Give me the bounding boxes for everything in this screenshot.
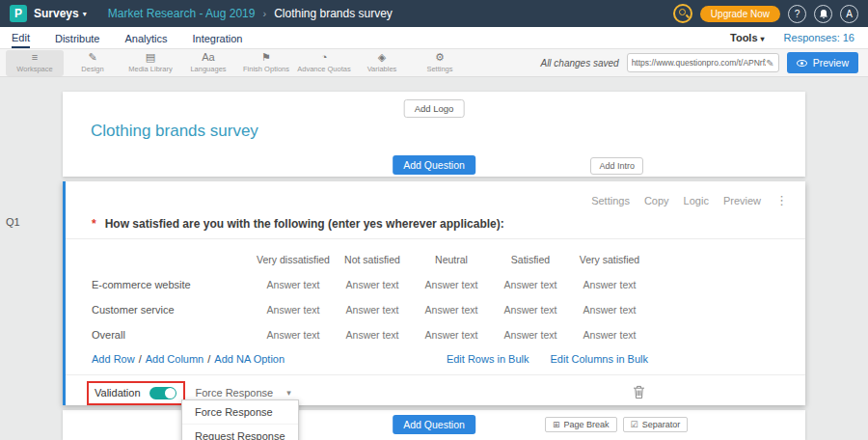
eye-icon	[797, 60, 807, 67]
validation-toggle[interactable]	[149, 387, 176, 399]
matrix-cell[interactable]: Answer text	[333, 297, 412, 322]
main-nav: Edit Distribute Analytics Integration To…	[0, 27, 868, 49]
add-na-option-link[interactable]: Add NA Option	[214, 353, 285, 365]
survey-title[interactable]: Clothing brands survey	[91, 122, 258, 141]
matrix-cell[interactable]: Answer text	[491, 297, 570, 322]
tab-analytics[interactable]: Analytics	[124, 29, 167, 47]
divider	[66, 238, 805, 239]
survey-url-box: ✎	[627, 53, 779, 72]
required-asterisk-icon: *	[92, 217, 96, 231]
matrix-cell[interactable]: Answer text	[333, 272, 412, 297]
toolbar-item-finish-options[interactable]: ⚑ Finish Options	[237, 50, 295, 76]
breadcrumb-parent[interactable]: Market Research - Aug 2019	[108, 7, 256, 20]
matrix-cell[interactable]: Answer text	[570, 322, 649, 347]
add-row-link[interactable]: Add Row	[92, 353, 135, 365]
footer-buttons: ⊞ Page Break ☑ Separator	[545, 417, 688, 432]
tools-menu[interactable]: Tools ▾	[730, 32, 765, 43]
survey-url-input[interactable]	[632, 58, 767, 68]
matrix-column-header[interactable]: Not satisfied	[333, 247, 412, 272]
add-question-button-top[interactable]: Add Question	[393, 155, 475, 175]
advance-quotas-icon: ◔	[321, 52, 328, 63]
upgrade-now-button[interactable]: Upgrade Now	[700, 6, 780, 22]
variables-icon: ◈	[378, 52, 386, 63]
matrix-cell[interactable]: Answer text	[570, 272, 649, 297]
nav-right: Tools ▾ Responses: 16	[730, 32, 856, 43]
matrix-cell[interactable]: Answer text	[254, 322, 333, 347]
topbar: P Surveys ▾ Market Research - Aug 2019 ›…	[0, 0, 868, 27]
bell-icon	[819, 9, 828, 19]
page-break-button[interactable]: ⊞ Page Break	[545, 417, 617, 432]
dropdown-option-force-response[interactable]: Force Response	[182, 400, 298, 424]
responses-count-link[interactable]: Responses: 16	[784, 32, 854, 43]
add-column-link[interactable]: Add Column	[146, 353, 204, 365]
matrix-row-label[interactable]: E-commerce website	[92, 272, 254, 297]
topbar-actions: Upgrade Now ? A	[673, 4, 858, 23]
survey-editor-screen: P Surveys ▾ Market Research - Aug 2019 ›…	[0, 0, 868, 440]
validation-label: Validation	[95, 387, 141, 399]
matrix-cell[interactable]: Answer text	[254, 297, 333, 322]
media-library-icon: ▤	[146, 52, 155, 63]
add-intro-button[interactable]: Add Intro	[590, 157, 643, 175]
avatar[interactable]: A	[840, 5, 858, 23]
delete-question-button[interactable]	[633, 385, 645, 399]
matrix-cell[interactable]: Answer text	[412, 272, 491, 297]
finish-options-icon: ⚑	[261, 52, 271, 63]
more-options-icon[interactable]: ⋮	[775, 193, 788, 207]
matrix-cell[interactable]: Answer text	[333, 322, 412, 347]
force-response-dropdown[interactable]: Force Response ▾	[196, 387, 291, 399]
matrix-cell[interactable]: Answer text	[570, 297, 649, 322]
toolbar-item-media-library[interactable]: ▤ Media Library	[122, 50, 179, 76]
matrix-cell[interactable]: Answer text	[254, 272, 333, 297]
matrix-corner	[92, 247, 254, 272]
chevron-down-icon: ▾	[286, 388, 291, 398]
matrix-table: Very dissatisfied Not satisfied Neutral …	[92, 247, 649, 347]
edit-url-pencil-icon[interactable]: ✎	[766, 58, 773, 69]
page-break-icon: ⊞	[553, 420, 560, 429]
workspace-icon: ≡	[32, 52, 38, 63]
matrix-row-label[interactable]: Overall	[92, 322, 254, 347]
matrix-column-header[interactable]: Very dissatisfied	[254, 247, 333, 272]
force-response-dropdown-menu: Force Response Request Response	[181, 399, 299, 440]
tab-edit[interactable]: Edit	[12, 28, 30, 48]
question-text-row: * How satisfied are you with the followi…	[92, 217, 504, 231]
question-settings-link[interactable]: Settings	[591, 195, 630, 206]
product-switcher[interactable]: Surveys	[34, 7, 79, 20]
questionpro-logo[interactable]: P	[10, 5, 27, 22]
toolbar-item-workspace[interactable]: ≡ Workspace	[6, 50, 64, 76]
preview-button[interactable]: Preview	[787, 52, 858, 73]
add-question-button-bottom[interactable]: Add Question	[393, 415, 475, 434]
toolbar-item-settings[interactable]: ⚙ Settings	[411, 50, 469, 76]
question-copy-link[interactable]: Copy	[644, 195, 669, 206]
add-logo-button[interactable]: Add Logo	[404, 99, 465, 118]
matrix-row-label[interactable]: Customer service	[92, 297, 254, 322]
matrix-column-header[interactable]: Neutral	[412, 247, 491, 272]
tab-integration[interactable]: Integration	[192, 29, 242, 47]
search-button[interactable]	[673, 4, 692, 23]
matrix-cell[interactable]: Answer text	[412, 297, 491, 322]
toolbar-item-variables[interactable]: ◈ Variables	[353, 50, 411, 76]
dropdown-option-request-response[interactable]: Request Response	[182, 424, 298, 440]
matrix-cell[interactable]: Answer text	[491, 272, 570, 297]
languages-icon: Aa	[202, 52, 214, 63]
toolbar-item-advance-quotas[interactable]: ◔ Advance Quotas	[295, 50, 353, 76]
matrix-cell[interactable]: Answer text	[491, 322, 570, 347]
notifications-button[interactable]	[814, 5, 832, 23]
question-logic-link[interactable]: Logic	[684, 195, 709, 206]
toolbar-item-languages[interactable]: Aa Languages	[179, 50, 237, 76]
help-button[interactable]: ?	[788, 5, 806, 23]
tab-distribute[interactable]: Distribute	[55, 29, 99, 47]
matrix-column-header[interactable]: Very satisfied	[570, 247, 649, 272]
matrix-cell[interactable]: Answer text	[412, 322, 491, 347]
edit-columns-in-bulk-link[interactable]: Edit Columns in Bulk	[551, 353, 649, 365]
separator-button[interactable]: ☑ Separator	[623, 417, 689, 432]
toolbar-right: All changes saved ✎ Preview	[540, 52, 862, 73]
force-response-value: Force Response	[196, 387, 274, 399]
matrix-column-header[interactable]: Satisfied	[491, 247, 570, 272]
toolbar-item-design[interactable]: ✎ Design	[64, 50, 122, 76]
question-text[interactable]: How satisfied are you with the following…	[105, 217, 504, 231]
edit-rows-in-bulk-link[interactable]: Edit Rows in Bulk	[447, 353, 529, 365]
question-preview-link[interactable]: Preview	[723, 195, 761, 206]
autosave-status: All changes saved	[540, 58, 618, 69]
search-icon	[679, 9, 686, 15]
bulk-edit-links: Edit Rows in Bulk Edit Columns in Bulk	[447, 353, 648, 365]
